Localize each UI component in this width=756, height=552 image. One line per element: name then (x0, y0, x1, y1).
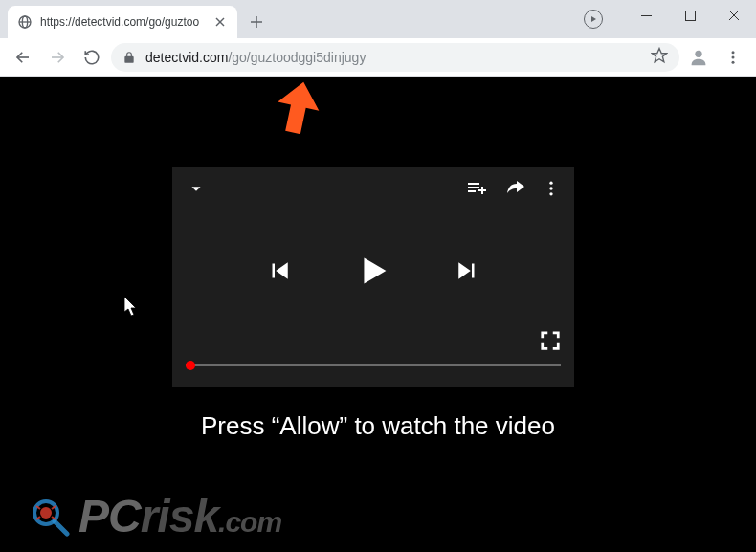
browser-toolbar: detectvid.com/go/guztoodggi5dinjugy (0, 38, 756, 77)
skip-previous-icon[interactable] (265, 256, 294, 285)
fullscreen-icon[interactable] (540, 330, 561, 351)
watermark: PCrisk.com (31, 490, 281, 542)
address-bar[interactable]: detectvid.com/go/guztoodggi5dinjugy (111, 43, 679, 72)
bookmark-star-icon[interactable] (651, 47, 668, 67)
svg-marker-13 (653, 49, 667, 62)
media-playing-indicator[interactable] (584, 10, 603, 29)
minimize-player-icon[interactable] (186, 178, 207, 199)
tab-title: https://detectvid.com/go/guztoo (40, 15, 205, 29)
watermark-text: PCrisk.com (78, 490, 281, 542)
svg-rect-8 (685, 11, 695, 20)
svg-rect-22 (478, 189, 486, 191)
url-domain: detectvid.com (145, 50, 228, 65)
page-content: Press “Allow” to watch the video PCrisk.… (0, 77, 756, 552)
progress-handle[interactable] (186, 361, 195, 370)
browser-tab[interactable]: https://detectvid.com/go/guztoo (8, 6, 237, 38)
new-tab-button[interactable] (243, 9, 270, 35)
close-window-button[interactable] (712, 0, 756, 31)
svg-point-17 (732, 60, 735, 63)
more-vert-icon[interactable] (542, 179, 561, 198)
forward-button[interactable] (42, 42, 73, 73)
share-icon[interactable] (503, 177, 526, 200)
svg-point-28 (40, 507, 52, 519)
svg-rect-18 (468, 183, 479, 185)
minimize-window-button[interactable] (624, 0, 668, 31)
svg-point-15 (732, 51, 735, 54)
lock-icon (122, 51, 136, 64)
browser-menu-button[interactable] (718, 42, 748, 73)
svg-point-23 (549, 182, 552, 185)
pointer-arrow-icon (271, 81, 324, 143)
maximize-window-button[interactable] (668, 0, 712, 31)
reload-button[interactable] (77, 42, 107, 73)
svg-rect-19 (468, 187, 479, 188)
video-player[interactable] (172, 167, 574, 387)
close-tab-button[interactable] (212, 14, 228, 30)
playlist-add-icon[interactable] (465, 177, 488, 200)
progress-bar[interactable] (186, 364, 561, 366)
svg-point-14 (695, 50, 701, 56)
window-controls (624, 0, 756, 31)
url-path: /go/guztoodggi5dinjugy (228, 50, 366, 65)
player-top-bar (172, 167, 574, 204)
svg-point-16 (732, 55, 735, 58)
svg-line-27 (55, 521, 67, 534)
profile-button[interactable] (683, 42, 714, 73)
cursor-icon (124, 297, 140, 321)
svg-point-25 (549, 192, 552, 195)
url-text: detectvid.com/go/guztoodggi5dinjugy (145, 50, 366, 65)
magnifier-bug-icon (31, 497, 69, 536)
play-icon[interactable] (351, 249, 395, 293)
allow-caption: Press “Allow” to watch the video (0, 411, 756, 441)
svg-point-24 (549, 187, 552, 189)
svg-rect-20 (468, 190, 476, 192)
globe-icon (17, 14, 33, 30)
player-controls (172, 249, 574, 293)
back-button[interactable] (8, 42, 38, 73)
skip-next-icon[interactable] (453, 256, 481, 285)
